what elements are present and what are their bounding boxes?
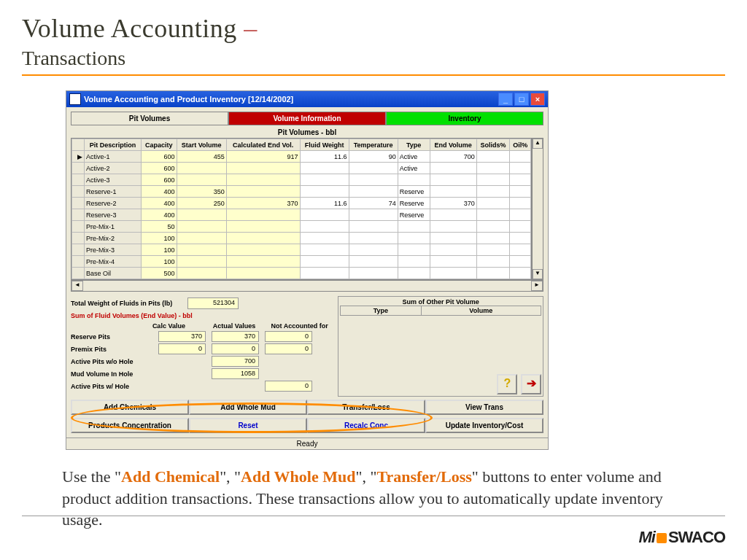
footer-divider — [22, 516, 725, 516]
table-row[interactable]: Active-3600 — [72, 174, 531, 186]
col-header: Capacity — [142, 139, 177, 151]
col-header: Oil% — [510, 139, 531, 151]
other-pit-title: Sum of Other Pit Volume — [340, 298, 541, 306]
horizontal-scrollbar[interactable]: ◄► — [71, 280, 543, 292]
table-row[interactable]: Base Oil500 — [72, 268, 531, 279]
table-row[interactable]: Pre-Mix-2100 — [72, 233, 531, 244]
col-header: Solids% — [476, 139, 510, 151]
close-button[interactable]: × — [530, 93, 545, 106]
sum-title: Sum of Fluid Volumes (End Value) - bbl — [71, 312, 332, 319]
col-header: Temperature — [349, 139, 398, 151]
transfer-loss-button[interactable]: Transfer/Loss — [307, 400, 425, 415]
tab-volume-info[interactable]: Volume Information — [228, 112, 386, 125]
col-header: Fluid Weight — [300, 139, 349, 151]
window-titlebar: Volume Accounting and Product Inventory … — [66, 91, 548, 107]
window-title: Volume Accounting and Product Inventory … — [84, 95, 498, 104]
reset-button[interactable]: Reset — [189, 418, 307, 433]
col-header: Start Volume — [177, 139, 226, 151]
table-row[interactable]: Reserve-3400Reserve — [72, 209, 531, 221]
tab-inventory[interactable]: Inventory — [386, 112, 543, 125]
recalc-conc-button[interactable]: Recalc Conc — [307, 418, 425, 433]
table-row[interactable]: Pre-Mix-150 — [72, 221, 531, 233]
col-calc-value: Calc Value — [136, 322, 202, 330]
table-row[interactable]: Pre-Mix-3100 — [72, 244, 531, 256]
divider — [22, 74, 725, 76]
calc-row: Mud Volume In Hole1058 — [71, 368, 332, 379]
pit-grid[interactable]: Pit DescriptionCapacityStart VolumeCalcu… — [71, 138, 532, 280]
view-trans-button[interactable]: View Trans — [425, 400, 543, 415]
col-header: End Volume — [430, 139, 476, 151]
slide-title: Volume Accounting – — [22, 13, 725, 44]
tab-pit-volumes[interactable]: Pit Volumes — [71, 112, 228, 125]
table-row[interactable]: Active-2600Active — [72, 163, 531, 174]
minimize-button[interactable]: _ — [498, 93, 513, 106]
table-row[interactable]: Reserve-1400350Reserve — [72, 186, 531, 198]
total-weight-label: Total Weight of Fluids in Pits (lb) — [71, 300, 187, 307]
calc-row: Active Pits w/ Hole0 — [71, 381, 332, 392]
table-row[interactable]: Pre-Mix-4100 — [72, 256, 531, 268]
col-actual: Actual Values — [201, 322, 267, 330]
table-row[interactable]: Reserve-240025037011.674Reserve370 — [72, 198, 531, 209]
add-whole-mud-button[interactable]: Add Whole Mud — [189, 400, 307, 415]
update-inventory-button[interactable]: Update Inventory/Cost — [425, 418, 543, 433]
other-pit-table: TypeVolume — [340, 306, 541, 316]
col-header: Pit Description — [85, 139, 142, 151]
vertical-scrollbar[interactable]: ▲▼ — [532, 138, 543, 280]
status-bar: Ready — [66, 438, 548, 449]
table-row[interactable]: ▶Active-160045591711.690Active700 — [72, 151, 531, 163]
products-concentration-button[interactable]: Products Concentration — [71, 418, 189, 433]
panel-title: Pit Volumes - bbl — [71, 128, 543, 136]
total-weight-value: 521304 — [187, 298, 239, 309]
calc-row: Reserve Pits3703700 — [71, 331, 332, 342]
help-icon[interactable]: ? — [497, 374, 517, 394]
app-icon — [69, 93, 81, 105]
calc-row: Active Pits w/o Hole700 — [71, 356, 332, 367]
calc-row: Premix Pits000 — [71, 343, 332, 354]
col-header: Calculated End Vol. — [226, 139, 300, 151]
maximize-button[interactable]: □ — [514, 93, 529, 106]
exit-icon[interactable]: ➔ — [521, 374, 541, 394]
logo: MiSWACO — [638, 528, 725, 547]
slide-subtitle: Transactions — [22, 47, 725, 70]
caption-text: Use the "Add Chemical", "Add Whole Mud",… — [62, 466, 685, 531]
col-header: Type — [398, 139, 430, 151]
col-not-accounted: Not Accounted for — [267, 322, 333, 330]
add-chemicals-button[interactable]: Add Chemicals — [71, 400, 189, 415]
